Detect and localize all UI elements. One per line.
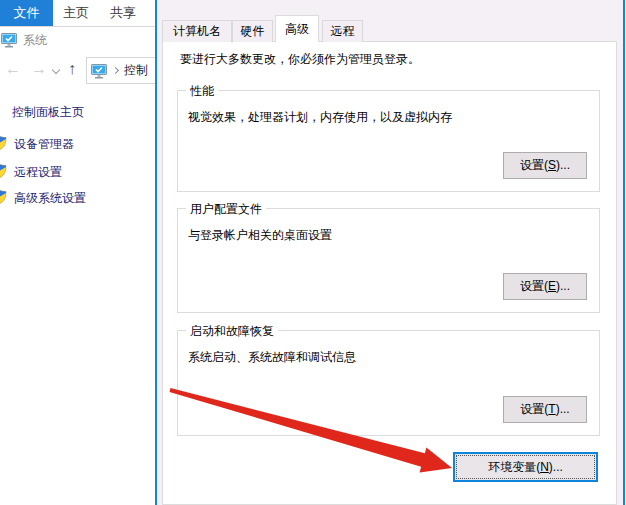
breadcrumb-chevron-icon xyxy=(112,67,119,74)
back-icon[interactable]: ← xyxy=(5,59,21,79)
environment-variables-button[interactable]: 环境变量(N)... xyxy=(453,452,598,482)
group-description: 系统启动、系统故障和调试信息 xyxy=(188,349,356,366)
sidebar-item-advanced-system-settings[interactable]: 高级系统设置 xyxy=(14,190,86,207)
ribbon-tab-share[interactable]: 共享 xyxy=(99,0,147,26)
uac-shield-icon xyxy=(0,135,7,154)
group-title: 性能 xyxy=(186,83,218,100)
user-profiles-settings-button[interactable]: 设置(E)... xyxy=(503,273,587,300)
sidebar-item-label: 远程设置 xyxy=(14,165,62,179)
sidebar-item-label: 设备管理器 xyxy=(14,137,74,151)
group-performance: 性能 视觉效果，处理器计划，内存使用，以及虚拟内存 设置(S)... xyxy=(177,90,600,192)
group-user-profiles: 用户配置文件 与登录帐户相关的桌面设置 设置(E)... xyxy=(177,208,600,313)
sidebar-item-label: 高级系统设置 xyxy=(14,191,86,205)
group-description: 视觉效果，处理器计划，内存使用，以及虚拟内存 xyxy=(188,109,452,126)
system-icon xyxy=(1,32,17,48)
tab-advanced[interactable]: 高级 xyxy=(275,15,319,42)
admin-note: 要进行大多数更改，你必须作为管理员登录。 xyxy=(180,51,420,68)
breadcrumb[interactable]: 控制 xyxy=(124,62,148,79)
group-title: 启动和故障恢复 xyxy=(186,323,278,340)
system-icon xyxy=(91,63,107,79)
up-icon[interactable]: ↑ xyxy=(68,59,76,79)
window-title: 系统 xyxy=(23,32,47,49)
uac-shield-icon xyxy=(0,189,7,208)
tab-hardware[interactable]: 硬件 xyxy=(232,20,273,42)
group-title: 用户配置文件 xyxy=(186,201,266,218)
sidebar-item-remote-settings[interactable]: 远程设置 xyxy=(14,164,62,181)
sidebar-item-device-manager[interactable]: 设备管理器 xyxy=(14,136,74,153)
tab-remote[interactable]: 远程 xyxy=(322,20,363,42)
uac-shield-icon xyxy=(0,163,7,182)
sidebar-item-control-panel-home[interactable]: 控制面板主页 xyxy=(12,104,84,121)
tab-computer-name[interactable]: 计算机名 xyxy=(162,20,232,42)
explorer-ribbon: 文件 主页 共享 xyxy=(0,0,156,26)
control-panel-titlebar: 系统 xyxy=(0,30,47,50)
window-border xyxy=(0,26,156,27)
history-chevron-icon[interactable] xyxy=(52,66,60,74)
forward-icon[interactable]: → xyxy=(31,59,47,79)
performance-settings-button[interactable]: 设置(S)... xyxy=(503,152,587,179)
ribbon-tab-home[interactable]: 主页 xyxy=(53,0,99,26)
system-properties-dialog: 计算机名 硬件 高级 远程 要进行大多数更改，你必须作为管理员登录。 性能 视觉… xyxy=(155,0,625,505)
ribbon-tab-file[interactable]: 文件 xyxy=(0,0,53,26)
address-bar[interactable]: 控制 xyxy=(86,57,161,84)
group-startup-recovery: 启动和故障恢复 系统启动、系统故障和调试信息 设置(T)... xyxy=(177,330,600,436)
navigation-bar: ← → ↑ 控制 xyxy=(0,54,156,86)
startup-recovery-settings-button[interactable]: 设置(T)... xyxy=(503,396,587,423)
group-description: 与登录帐户相关的桌面设置 xyxy=(188,227,332,244)
